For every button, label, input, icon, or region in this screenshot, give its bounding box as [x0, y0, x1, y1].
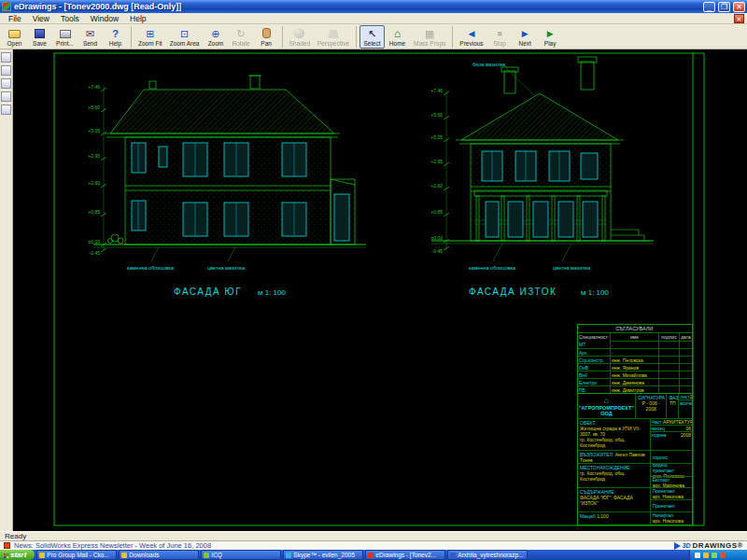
edrawings-icon: [368, 553, 374, 558]
south-plaster-label: цветна мазилка: [207, 265, 246, 271]
taskbar-task-mail[interactable]: Pro Group Mail - Cko...: [36, 550, 117, 560]
stop-icon: [493, 27, 507, 40]
edrawings-logo-arrow-icon: [674, 542, 681, 550]
icq-icon: [204, 553, 209, 558]
news-link[interactable]: News: SolidWorks Express Newsletter - We…: [14, 541, 211, 550]
next-button[interactable]: Next: [513, 25, 538, 49]
play-button[interactable]: Play: [538, 25, 563, 49]
svg-text:+0.85: +0.85: [430, 209, 443, 215]
app-icon: [2, 2, 11, 11]
svg-text:+5.05: +5.05: [430, 134, 443, 140]
start-button[interactable]: start: [0, 550, 35, 560]
roles-cell-1: Водещ проектантинж. Пеловска Експертарх.…: [650, 464, 692, 487]
south-title: ФАСАДА ЮГ: [174, 287, 242, 297]
skype-icon: [286, 553, 291, 558]
approval-role: ОиВ: [578, 363, 610, 371]
rail-icon-1[interactable]: [1, 52, 11, 63]
rail-icon-5[interactable]: [1, 105, 11, 115]
tray-icon-1[interactable]: [695, 553, 700, 558]
taskbar-task-downloads[interactable]: Downloads: [119, 550, 199, 560]
east-facade: бяла мазилка: [430, 57, 654, 297]
contents-cell: СЪДЪРЖАНИЕ: ФАСАДА "ЮГ"; ФАСАДА "ИЗТОК": [578, 488, 650, 511]
tray-icon-3[interactable]: [712, 553, 717, 558]
object-cell: ОБЕКТ: Жилищна сграда в УПИ VII-3007, кв…: [578, 419, 650, 450]
zoom-fit-button[interactable]: Zoom Fit: [134, 25, 166, 49]
east-plaster-label: цветна мазилка: [553, 265, 591, 271]
company-logo-icon: ⌂: [604, 397, 609, 404]
child-close-icon[interactable]: [734, 14, 744, 23]
next-icon: [518, 27, 532, 40]
svg-text:-0.45: -0.45: [432, 248, 444, 254]
rotate-icon: [234, 27, 248, 40]
svg-text:+2.95: +2.95: [88, 153, 100, 159]
status-bar: Ready: [0, 531, 747, 540]
rail-icon-4[interactable]: [1, 91, 11, 102]
tray-icon-2[interactable]: [703, 553, 709, 558]
svg-text:+5.60: +5.60: [430, 112, 443, 118]
open-button[interactable]: Open: [2, 25, 27, 49]
menu-window[interactable]: Window: [85, 14, 124, 23]
svg-text:+2.60: +2.60: [430, 183, 443, 189]
tray-icon-4[interactable]: [720, 553, 726, 558]
svg-text:+7.46: +7.46: [430, 88, 443, 93]
approval-role: ПБ: [578, 385, 610, 393]
home-button[interactable]: Home: [385, 25, 410, 49]
select-button[interactable]: Select: [359, 25, 385, 49]
send-icon: [83, 27, 97, 40]
approval-role: Електро: [578, 378, 610, 385]
approval-role: Стр.констр.: [578, 356, 610, 363]
phase-cell: ФАЗА ТП: [666, 394, 678, 418]
rail-icon-2[interactable]: [1, 65, 11, 76]
zoom-button[interactable]: Zoom: [203, 25, 228, 49]
help-icon: [108, 27, 122, 40]
document-icon: [450, 553, 456, 558]
zoom-area-button[interactable]: Zoom Area: [166, 25, 204, 49]
svg-text:-0.45: -0.45: [90, 250, 101, 256]
sheet-cell: лист2 всичко6: [678, 394, 692, 418]
taskbar-task-edrawings[interactable]: eDrawings - [Tonev2...: [365, 550, 445, 560]
send-button[interactable]: Send: [78, 25, 103, 49]
rail-icon-3[interactable]: [1, 78, 11, 89]
system-tray: [689, 550, 747, 560]
taskbar-task-document[interactable]: Arxhita_vytreshnorazp...: [447, 550, 528, 560]
help-button[interactable]: Help: [103, 25, 128, 49]
menu-view[interactable]: View: [27, 14, 55, 23]
windows-flag-icon: [4, 553, 6, 555]
location-cell: МЕСТОНАХОЖДЕНИЕ: гр. Костинброд, общ. Ко…: [578, 464, 650, 487]
svg-text:+5.05: +5.05: [88, 128, 100, 133]
pan-button[interactable]: Pan: [254, 25, 279, 49]
svg-text:±0.00: ±0.00: [431, 235, 444, 241]
rotate-button[interactable]: Rotate: [228, 25, 253, 49]
print-button[interactable]: Print...: [52, 25, 78, 49]
approval-role: МТ: [578, 341, 610, 348]
close-button[interactable]: ✕: [733, 2, 745, 12]
taskbar-task-icq[interactable]: ICQ: [201, 550, 281, 560]
mass-props-button[interactable]: Mass Props: [410, 25, 449, 49]
previous-button[interactable]: Previous: [456, 25, 486, 49]
news-alert-icon: [4, 542, 10, 549]
svg-text:+7.46: +7.46: [88, 84, 100, 90]
menu-bar: File View Tools Window Help: [0, 13, 747, 24]
menu-tools[interactable]: Tools: [55, 14, 85, 23]
east-top-label: бяла мазилка: [472, 62, 506, 67]
stop-button[interactable]: Stop: [487, 25, 513, 49]
perspective-icon: [328, 30, 339, 38]
minimize-button[interactable]: _: [703, 2, 715, 12]
main-area: каменна облицовка цветна мазилка ФАСАДА …: [0, 49, 747, 531]
approvals-table: СЪГЛАСУВАЛИ: Специалност: име подпис дат…: [577, 324, 693, 394]
print-icon: [60, 30, 71, 38]
menu-file[interactable]: File: [3, 14, 27, 23]
menu-help[interactable]: Help: [124, 14, 151, 23]
drawing-canvas[interactable]: каменна облицовка цветна мазилка ФАСАДА …: [13, 49, 747, 531]
taskbar-task-skype[interactable]: Skype™ - evilen_2005: [283, 550, 363, 560]
approval-role: Арх.: [578, 348, 610, 356]
title-block-main: ⌂ "АГРОПРОМПРОЕКТ" ООД СИГНАТУРА Р - 006…: [577, 394, 693, 525]
south-scale: м 1: 100: [258, 288, 287, 297]
restore-button[interactable]: ❐: [718, 2, 730, 12]
east-scale: м 1: 100: [581, 288, 610, 297]
shaded-button[interactable]: Shaded: [286, 25, 314, 49]
save-button[interactable]: Save: [27, 25, 52, 49]
perspective-button[interactable]: Perspective: [314, 25, 353, 49]
approval-role: ВиК: [578, 371, 610, 378]
zoom-area-icon: [177, 27, 191, 40]
